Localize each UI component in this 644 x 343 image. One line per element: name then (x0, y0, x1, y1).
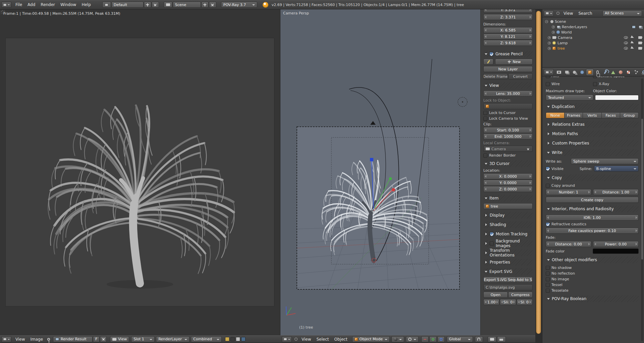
tab-constraints[interactable] (594, 69, 601, 76)
panel-motion-paths[interactable]: Motion Paths (546, 130, 639, 137)
svg-si-field[interactable]: SI: 0 (517, 299, 533, 305)
editor-type-icon-properties[interactable] (544, 69, 554, 75)
panel-custom-properties[interactable]: Custom Properties (546, 140, 639, 147)
panel-write[interactable]: Write (546, 149, 639, 156)
local-camera-field[interactable]: Camera (483, 146, 533, 152)
panel-grease-pencil[interactable]: Grease Pencil (483, 51, 533, 57)
add-scene-button[interactable] (201, 2, 209, 8)
motion-tracking-checkbox[interactable] (490, 232, 494, 236)
scene-browse-icon[interactable] (164, 2, 172, 8)
dimension-y-field[interactable]: Y: 8.121 (483, 34, 533, 40)
object-name-field[interactable]: tree (483, 203, 533, 209)
renderability-icon[interactable] (638, 47, 642, 50)
panel-shading[interactable]: Shading (483, 221, 533, 228)
axis-checkbox[interactable] (546, 76, 550, 78)
tab-render-layers[interactable] (563, 69, 571, 76)
panel-display[interactable]: Display (483, 212, 533, 219)
svg-sequence-button[interactable]: SVG Sequ (500, 277, 517, 283)
add-to-svg-button[interactable]: Add to S (516, 277, 533, 283)
outliner-row-scene[interactable]: Scene (543, 19, 643, 24)
panel-motion-tracking[interactable]: Motion Tracking (483, 231, 533, 237)
selectability-icon[interactable] (631, 46, 636, 51)
panel-relations-extras[interactable]: Relations Extras (546, 121, 639, 128)
menu-select[interactable]: Select (314, 336, 331, 342)
outliner-filter-selector[interactable]: All Scenes (602, 10, 642, 16)
no-image-checkbox[interactable] (546, 277, 550, 281)
menu-help[interactable]: Help (79, 2, 93, 8)
lock-to-cursor-checkbox[interactable] (483, 111, 487, 115)
duplication-verts-button[interactable]: Verts (583, 112, 601, 118)
menu-file[interactable]: File (13, 2, 25, 8)
screen-layout-browse-icon[interactable] (102, 2, 111, 8)
panel-transform-orientations[interactable]: Transform Orientations (483, 249, 533, 256)
panel-background-images[interactable]: Background Images (483, 240, 533, 247)
wire-checkbox[interactable] (546, 82, 550, 86)
visibility-eye-icon[interactable] (624, 47, 628, 50)
expander-icon[interactable] (545, 20, 548, 23)
panel-duplication[interactable]: Duplication (546, 103, 639, 110)
unlink-image-button[interactable] (100, 336, 107, 342)
renderability-icon[interactable] (638, 42, 642, 44)
draw-type-selector[interactable]: Textured (546, 95, 593, 101)
refractive-caustics-checkbox[interactable] (546, 222, 550, 226)
create-copy-button[interactable]: Create copy (546, 197, 639, 203)
mode-selector[interactable]: Object Mode (352, 336, 390, 342)
scene-selector[interactable]: Scene (173, 2, 201, 8)
cursor-y-field[interactable]: Y: 0.0000 (483, 180, 533, 186)
object-color-swatch[interactable] (595, 95, 639, 100)
tab-scene[interactable] (571, 69, 578, 76)
vertical-scrollbar[interactable] (536, 11, 541, 334)
outliner-row-world[interactable]: World (543, 30, 643, 35)
panel-3d-cursor[interactable]: 3D Cursor (483, 160, 533, 167)
pin-icon[interactable] (47, 338, 50, 341)
outliner-row-renderlayers[interactable]: RenderLayers (543, 24, 643, 30)
outliner-row-lamp[interactable]: Lamp (543, 40, 643, 46)
cursor-x-field[interactable]: X: 0.0000 (483, 173, 533, 179)
grease-new-button[interactable]: New (495, 59, 533, 65)
editor-type-icon-image[interactable] (1, 336, 11, 342)
tessel-checkbox[interactable] (546, 283, 550, 287)
dimension-z-field[interactable]: Z: 9.618 (483, 40, 533, 46)
expander-icon[interactable] (548, 47, 551, 50)
panel-view[interactable]: View (483, 82, 533, 89)
copy-around-checkbox[interactable] (546, 184, 550, 188)
svg-path-field[interactable]: C:\tmp\algo.svg (483, 284, 533, 290)
svg-scale-field[interactable]: 1.00 (483, 299, 499, 305)
panel-povray-boolean[interactable]: POV-Ray Boolean (546, 295, 639, 302)
cursor-z-field[interactable]: Z: 0.0000 (483, 186, 533, 192)
grease-pencil-checkbox[interactable] (489, 52, 493, 56)
lock-camera-checkbox[interactable] (483, 117, 487, 121)
expander-icon[interactable] (552, 25, 555, 28)
menu-view[interactable]: View (299, 336, 314, 342)
channel-color-button[interactable] (225, 337, 229, 341)
viewport-3d[interactable]: Camera Persp (1) tree (280, 9, 480, 335)
lock-to-object-field[interactable] (483, 103, 533, 109)
image-icon[interactable] (632, 25, 636, 28)
render-layer-selector[interactable]: RenderLayer (156, 336, 190, 342)
manipulator-rotate-toggle[interactable] (429, 336, 437, 342)
tab-physics[interactable] (640, 69, 644, 76)
convert-button[interactable]: Convert (508, 73, 533, 79)
expander-icon[interactable] (552, 31, 555, 34)
visible-checkbox[interactable] (546, 167, 550, 171)
fade-power-field[interactable]: Power: 0.00 (593, 241, 639, 247)
svg-slider-field[interactable]: Sli: 0 (500, 299, 516, 305)
outliner-row-tree[interactable]: tree (543, 46, 643, 51)
channel-z-button[interactable] (241, 337, 246, 341)
draw-tool-button[interactable] (483, 59, 493, 65)
screen-layout-selector[interactable]: Default (111, 2, 144, 8)
delete-frame-button[interactable]: Delete Frame (483, 73, 508, 79)
tab-world[interactable] (578, 69, 586, 76)
write-as-selector[interactable]: Sphere sweep (571, 158, 639, 164)
copy-number-field[interactable]: Number: 1 (546, 189, 591, 195)
tesselate-checkbox[interactable] (546, 289, 550, 293)
duplication-none-button[interactable]: None (546, 112, 565, 118)
no-shadow-checkbox[interactable] (546, 266, 550, 270)
dimension-x-field[interactable]: X: 6.585 (483, 27, 533, 33)
transform-z-field[interactable]: Z: 3.371 (483, 14, 533, 20)
renderability-icon[interactable] (638, 36, 642, 39)
tab-material[interactable] (617, 69, 625, 76)
image-datablock-selector[interactable]: Render Result (53, 336, 93, 342)
render-border-checkbox[interactable] (483, 154, 487, 158)
render-slot-selector[interactable]: Slot 1 (131, 336, 155, 342)
